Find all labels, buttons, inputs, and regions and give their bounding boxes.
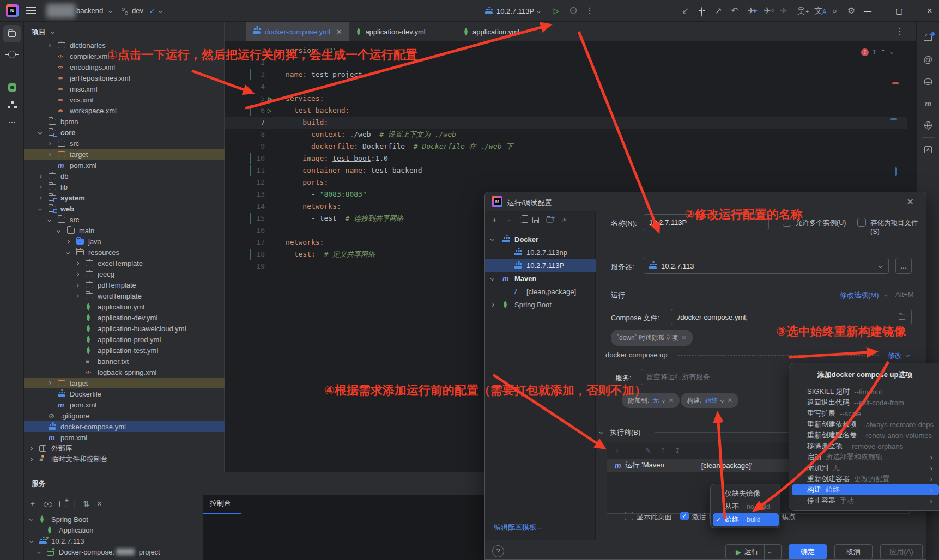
project-tree-item-application-test.yml[interactable]: application-test.yml [24,345,225,356]
project-tree-item-banner.txt[interactable]: ≡banner.txt [24,356,225,367]
menu-item-重新创建匿名卷[interactable]: 重新创建匿名卷--renew-anon-volumes [792,430,939,441]
deploy-rocket-zero-icon[interactable]: ✈0 [762,5,773,16]
copy-config-icon[interactable] [520,217,525,223]
apply-button[interactable]: 应用(A) [880,544,923,559]
dictionary-book-icon[interactable]: A [923,144,934,155]
tab-application.yml[interactable]: application.yml [457,22,526,41]
project-tree-item-web[interactable]: web [24,203,225,214]
close-tab-icon[interactable]: ✕ [336,28,342,36]
tab-application-dev.yml[interactable]: application-dev.yml [349,22,432,41]
window-close-button[interactable]: × [923,4,936,17]
search-everywhere-icon[interactable]: ⌕ [829,5,840,16]
deploy-rocket-icon[interactable]: ✈▶ [746,5,756,16]
server-browse-button[interactable]: … [895,258,912,274]
config-item-10.2.7.113P[interactable]: 10.2.7.113P [485,259,596,272]
ok-button[interactable]: 确定 [789,544,827,559]
project-tree-item-wordTemplate[interactable]: wordTemplate [24,290,225,301]
code-line-6[interactable]: 6▷ test_backend: [225,105,907,117]
run-all-services-icon[interactable]: ▷▷ [268,93,269,105]
structure-tool-window-button[interactable] [3,96,21,113]
endpoints-globe-icon[interactable] [923,120,934,131]
view-options-eye-icon[interactable] [44,500,52,508]
cancel-button[interactable]: 取消 [834,544,873,559]
project-tree-item-system[interactable]: system [24,192,225,203]
submenu-item-始终[interactable]: ✓始终--build [713,513,779,526]
remove-task-button[interactable]: － [629,446,637,455]
project-tree-item-pom.xml[interactable]: mpom.xml [24,160,225,171]
project-tree-item-application-dev.yml[interactable]: application-dev.yml [24,312,225,323]
window-minimize-button[interactable]: — [861,4,874,17]
code-line-11[interactable]: 11 container_name: test_backend [225,165,907,176]
run-configuration-selector[interactable]: 10.2.7.113P [482,4,543,17]
config-item-Spring Boot[interactable]: Spring Boot [485,298,596,311]
remove-chip-icon[interactable]: ✕ [681,334,687,342]
add-service-button[interactable]: ＋ [28,498,37,509]
code-line-4[interactable]: 4 [225,81,907,93]
build-chip[interactable]: 构建:始终 ✕ [681,393,738,408]
project-tree-item-target[interactable]: target [24,149,225,160]
run-button[interactable]: ▷ [550,5,561,16]
add-user-icon[interactable]: 웃+ [796,5,807,16]
push-icon[interactable]: ↗ [713,5,724,16]
services-panel-title[interactable]: 服务 [32,479,46,489]
inspection-widget[interactable]: ! 1 ⌃ ⌄ [861,48,894,56]
project-tree-item-Dockerfile[interactable]: Dockerfile [24,388,225,399]
menu-item-重新创建依赖项[interactable]: 重新创建依赖项--always-recreate-deps [792,419,939,430]
project-tree-item-application-huaweicloud.yml[interactable]: application-huaweicloud.yml [24,323,225,334]
down-option-chip[interactable]: `down` 时移除孤立项✕ [611,330,693,346]
service-item-10.2.7.113[interactable]: 10.2.7.113 [24,535,203,546]
submenu-item-从不[interactable]: 从不--no-build [713,500,779,513]
code-line-5[interactable]: 5▷▷services: [225,93,907,105]
remove-config-button[interactable]: － [505,215,513,225]
translate-icon[interactable]: 文A [813,5,824,16]
menu-item-返回退出代码[interactable]: 返回退出代码--exit-code-from [792,397,939,408]
add-config-button[interactable]: ＋ [490,215,498,225]
menu-item-重写扩展[interactable]: 重写扩展--scale [792,408,939,419]
new-folder-icon[interactable] [547,217,554,223]
main-menu-icon[interactable] [26,7,36,14]
save-config-icon[interactable] [532,217,539,223]
service-item-Application[interactable]: Application [24,525,203,535]
move-up-icon[interactable]: ↥ [660,447,666,455]
project-tree-item-vcs.xml[interactable]: </>vcs.xml [24,94,225,105]
project-tree-item-workspace.xml[interactable]: </>workspace.xml [24,105,225,116]
project-tree-item-java[interactable]: java [24,236,225,247]
config-item-10.2.7.113np[interactable]: 10.2.7.113np [485,246,596,259]
config-item-Maven[interactable]: mMaven [485,272,596,285]
project-panel-header[interactable]: 项目 [32,27,46,37]
project-tree-item-main[interactable]: main [24,225,225,236]
code-line-12[interactable]: 12 ports: [225,176,907,188]
project-tree-item-resources[interactable]: resources [24,247,225,258]
code-line-9[interactable]: 9 dockerfile: Dockerfile # Dockerfile 在 … [225,141,907,153]
project-tree-item-excelTemplate[interactable]: excelTemplate [24,258,225,269]
project-tree-item-encodings.xml[interactable]: </>encodings.xml [24,62,225,72]
tab-console[interactable]: 控制台 [210,498,231,508]
incoming-commits-icon[interactable]: ↙ [149,7,155,15]
collapse-all-icon[interactable]: ✕ [96,500,102,508]
code-line-8[interactable]: 8 context: ./web # 设置上下文为 ./web [225,129,907,141]
settings-gear-icon[interactable]: ⚙ [846,5,857,16]
project-tree-item-lib[interactable]: lib [24,181,225,192]
code-line-3[interactable]: 3name: test_project [225,69,907,81]
project-tree-item-jarRepositories.xml[interactable]: </>jarRepositories.xml [24,72,225,83]
edit-templates-link[interactable]: 编辑配置模板... [494,522,542,532]
activate-tool-window-checkbox[interactable]: ✓ [680,512,689,520]
branch-selector[interactable]: dev [132,7,143,15]
help-button[interactable]: ? [492,545,504,557]
maven-tool-icon[interactable]: m [923,98,934,109]
project-tree-item-target[interactable]: target [24,378,225,388]
project-tree-item-pdfTemplate[interactable]: pdfTemplate [24,279,225,290]
project-tree-item-misc.xml[interactable]: </>misc.xml [24,83,225,94]
notifications-bell-icon[interactable] [923,32,934,42]
project-tree-item-pom.xml[interactable]: mpom.xml [24,399,225,410]
submenu-item-仅缺失镜像[interactable]: 仅缺失镜像 [713,487,779,500]
tab-docker-compose.yml[interactable]: docker-compose.yml✕ [246,22,349,41]
remove-chip-icon[interactable]: ✕ [727,397,732,404]
menu-item-重新创建容器[interactable]: 重新创建容器更改的配置› [792,473,939,484]
menu-item-移除孤立项[interactable]: 移除孤立项--remove-orphans [792,441,939,452]
project-tree-item-core[interactable]: core [24,127,225,138]
dialog-run-button[interactable]: ▶运行 [725,544,782,559]
code-line-10[interactable]: 10 image: test_boot:1.0 [225,153,907,165]
menu-item-启动[interactable]: 启动所选部署和依赖项› [792,452,939,462]
project-tree-item-.gitignore[interactable]: ⊘.gitignore [24,410,225,421]
